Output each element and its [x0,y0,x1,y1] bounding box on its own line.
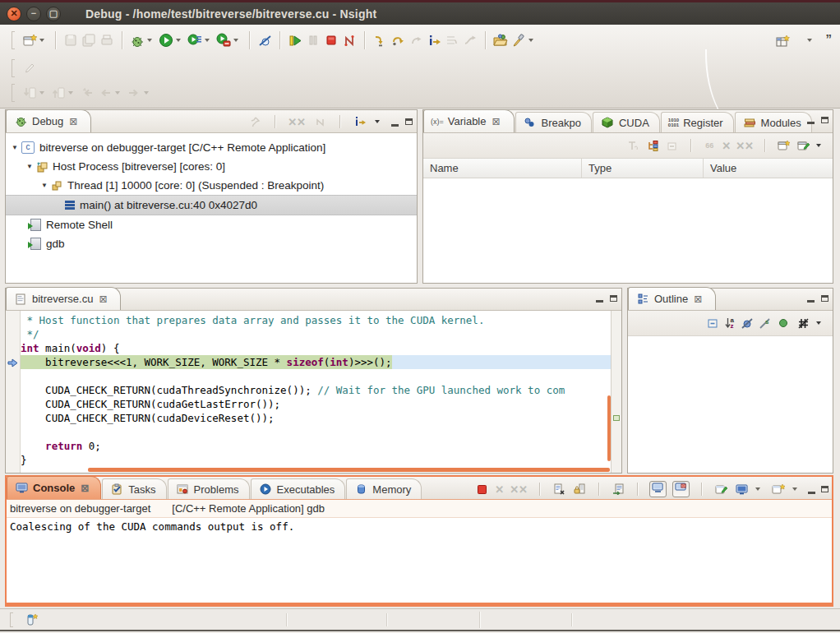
fast-view-icon[interactable] [24,613,39,626]
view-menu-chevron[interactable] [375,120,380,123]
tab-variables[interactable]: (x)= Variable ⊠ [423,109,515,132]
close-icon[interactable]: ⊠ [69,116,77,127]
tab-console[interactable]: Console ⊠ [7,476,101,499]
expander-icon[interactable]: ▼ [11,144,19,151]
tab-executables[interactable]: Executables [251,478,346,499]
word-wrap-icon[interactable] [611,483,625,496]
run-coverage-menu-chevron[interactable] [233,39,238,42]
maximize-view-icon[interactable] [405,118,413,125]
clear-console-icon[interactable] [552,483,566,496]
pin-console-toggle[interactable] [649,481,667,497]
minimize-view-icon[interactable] [808,485,815,494]
column-type[interactable]: Type [582,159,704,178]
maximize-window-button[interactable]: ▢ [46,7,61,21]
column-value[interactable]: Value [704,159,833,178]
perspective-menu-chevron[interactable] [807,39,812,42]
code-editor[interactable]: * Host function that prepares data array… [6,311,621,473]
current-line-marker[interactable] [613,415,620,421]
editor-overview-ruler[interactable] [611,311,621,473]
instruction-stepping-button[interactable] [425,32,443,49]
tab-modules[interactable]: Modules [735,112,812,132]
instruction-stepping-mode-icon[interactable] [353,115,367,128]
open-console-icon[interactable] [771,483,786,496]
console-display-menu-chevron[interactable] [755,487,760,491]
column-name[interactable]: Name [423,159,582,178]
minimize-window-button[interactable]: − [26,7,41,21]
minimize-view-icon[interactable] [596,293,603,303]
profile-menu-chevron[interactable] [205,39,210,42]
terminate-console-icon[interactable] [474,483,489,496]
open-console-menu-chevron[interactable] [792,487,797,491]
tree-row-gdb[interactable]: gdb [6,234,417,253]
skip-all-breakpoints-button[interactable] [256,32,274,49]
tab-tasks[interactable]: Tasks [102,478,166,499]
minimize-view-icon[interactable] [807,115,815,124]
run-menu-chevron[interactable] [176,39,181,42]
profile-button[interactable] [186,32,204,49]
show-console-on-output-toggle[interactable] [672,481,690,497]
tab-cuda[interactable]: CUDA [593,112,660,132]
editor-horizontal-scrollbar[interactable] [88,468,610,472]
tree-row-stack-frame[interactable]: main() at bitreverse.cu:40 0x4027d0 [6,195,417,215]
tab-breakpoints[interactable]: Breakpo [515,112,592,132]
close-icon[interactable]: ⊠ [694,293,702,305]
hide-static-members-icon[interactable]: s [759,316,771,330]
show-logical-structure-icon[interactable] [645,139,660,152]
hide-non-public-members-icon[interactable] [776,316,791,330]
resume-button[interactable] [286,32,304,49]
terminate-button[interactable] [322,32,340,49]
annotate-menu-chevron[interactable] [528,39,533,42]
tab-editor-bitreverse[interactable]: bitreverse.cu ⊠ [6,287,121,310]
tab-problems[interactable]: Problems [168,478,250,499]
tree-row-process[interactable]: ▼ Host Process [bitreverse] [cores: 0] [6,157,417,176]
debug-button[interactable] [128,32,146,49]
edit-console-icon[interactable] [713,483,728,496]
close-icon[interactable]: ⊠ [99,293,107,305]
sort-alphabetically-icon[interactable]: az [725,316,734,330]
expander-icon[interactable]: ▼ [40,182,48,189]
tab-memory[interactable]: Memory [346,478,422,499]
debug-menu-chevron[interactable] [147,39,152,42]
annotate-button[interactable] [510,32,528,49]
display-selected-console-icon[interactable] [734,483,749,496]
new-wizard-menu-chevron[interactable] [39,39,44,42]
editor-annotation-ruler[interactable] [6,311,21,473]
scroll-lock-icon[interactable] [572,483,587,496]
step-into-button[interactable] [371,32,389,49]
window-title: Debug - /home/test/bitreverse/bitreverse… [85,7,376,21]
tree-row-thread[interactable]: ▼ Thread [1] 10000 [core: 0] (Suspended … [6,176,417,195]
new-wizard-button[interactable] [21,32,39,49]
toolbar-overflow-indicator[interactable]: ” [826,31,833,45]
hide-inactive-elements-icon[interactable] [796,316,810,330]
run-button[interactable] [157,32,175,49]
tree-row-launch[interactable]: ▼ c bitreverse on debugger-target [C/C++… [6,138,417,157]
disconnect-button[interactable] [340,32,358,49]
tab-registers[interactable]: 10100101 Register [661,112,734,132]
editor-vertical-scrollbar[interactable] [607,395,611,461]
edit-watch-icon[interactable] [796,139,810,152]
hide-fields-icon[interactable] [739,316,754,330]
open-task-button[interactable] [492,32,510,49]
maximize-view-icon[interactable] [821,486,828,492]
maximize-view-icon[interactable] [821,295,828,302]
tab-debug[interactable]: Debug ⊠ [6,109,91,132]
step-over-button[interactable] [389,32,407,49]
close-icon[interactable]: ⊠ [81,483,89,494]
tab-outline[interactable]: Outline ⊠ [628,287,716,310]
new-view-icon[interactable] [776,139,791,152]
open-perspective-button[interactable] [774,33,792,49]
close-window-button[interactable]: ✕ [7,7,21,21]
view-menu-chevron[interactable] [816,321,821,325]
collapse-all-icon[interactable] [705,316,720,330]
minimize-view-icon[interactable] [807,293,815,303]
code-text[interactable]: * Host function that prepares data array… [21,311,611,473]
run-coverage-button[interactable] [215,32,233,49]
view-menu-chevron[interactable] [816,144,821,147]
console-output[interactable]: Coalescing of the CUDA commands output i… [7,518,832,535]
tree-row-remote-shell[interactable]: Remote Shell [6,215,417,234]
expander-icon[interactable]: ▼ [25,163,34,170]
maximize-view-icon[interactable] [610,295,617,302]
close-icon[interactable]: ⊠ [492,116,500,127]
maximize-view-icon[interactable] [821,117,828,123]
minimize-view-icon[interactable] [391,118,399,127]
